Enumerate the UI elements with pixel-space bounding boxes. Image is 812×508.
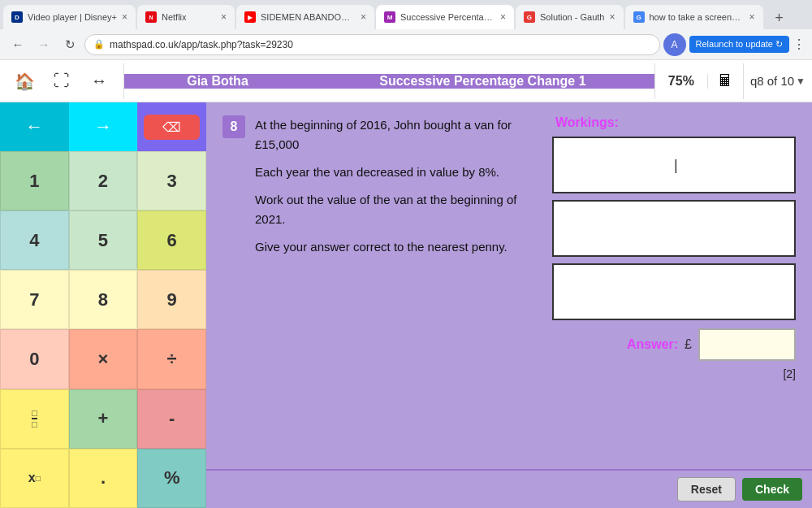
workings-label: Workings: <box>552 115 796 130</box>
tab-google-close[interactable]: × <box>749 11 754 23</box>
tab-sidemen-label: SIDEMEN ABANDONED II... <box>261 12 356 22</box>
relaunch-button[interactable]: Relaunch to update ↻ <box>689 36 789 53</box>
question-text-col: At the beginning of 2016, John bought a … <box>255 115 536 462</box>
key-fraction[interactable]: □ □ <box>0 389 69 449</box>
key-7[interactable]: 7 <box>0 270 69 329</box>
workings-box-2[interactable] <box>552 200 796 257</box>
keypad-delete-button[interactable]: ⌫ <box>144 115 200 140</box>
secure-icon: 🔒 <box>93 39 105 50</box>
answer-label: Answer: <box>627 337 678 352</box>
percent-badge: 75% <box>655 74 708 89</box>
google-favicon: G <box>633 11 645 23</box>
tab-netflix-close[interactable]: × <box>221 11 227 23</box>
toolbar-right: 75% 🖩 q8 of 10 ▼ <box>654 63 812 99</box>
pound-sign: £ <box>685 337 692 352</box>
marks-badge: [2] <box>552 367 796 380</box>
mathspad-favicon: M <box>384 11 395 23</box>
tab-mathspad-label: Successive Percentage C... <box>400 12 495 22</box>
tab-gauth-label: Solution - Gauth <box>540 12 605 22</box>
tab-google-label: how to take a screenshot... <box>650 12 745 22</box>
tab-netflix[interactable]: N Netflix × <box>137 5 235 29</box>
question-line-4: Give your answer correct to the nearest … <box>255 237 536 257</box>
tab-sidemen[interactable]: ▶ SIDEMEN ABANDONED II... × <box>236 5 374 29</box>
key-8[interactable]: 8 <box>69 270 138 329</box>
student-name-section: Gia Botha <box>124 74 311 89</box>
q-counter[interactable]: q8 of 10 ▼ <box>744 74 812 88</box>
keypad-del-wrap: ⌫ <box>137 102 206 151</box>
profile-avatar[interactable]: A <box>663 33 686 56</box>
chevron-down-icon: ▼ <box>796 76 806 87</box>
key-xpower[interactable]: x□ <box>0 449 69 508</box>
reset-button[interactable]: Reset <box>677 477 736 501</box>
key-9[interactable]: 9 <box>137 270 206 329</box>
keypad-forward-button[interactable]: → <box>69 102 138 151</box>
answer-row: Answer: £ <box>552 328 796 361</box>
cursor-1: | <box>674 157 678 174</box>
key-percent[interactable]: % <box>137 449 206 508</box>
student-name: Gia Botha <box>187 74 248 89</box>
keypad-nav: ← → ⌫ <box>0 102 206 151</box>
youtube-favicon: ▶ <box>244 11 256 23</box>
question-area: 8 At the beginning of 2016, John bought … <box>206 102 812 469</box>
question-number-badge: 8 <box>222 115 245 138</box>
key-1[interactable]: 1 <box>0 151 69 211</box>
keypad-back-button[interactable]: ← <box>0 102 69 151</box>
resize-button[interactable]: ↔ <box>81 63 117 99</box>
tab-sidemen-close[interactable]: × <box>361 11 366 23</box>
key-4[interactable]: 4 <box>0 211 69 270</box>
app-container: 🏠 ⛶ ↔ Gia Botha Successive Percentage Ch… <box>0 60 812 508</box>
disney-favicon: D <box>11 11 23 23</box>
key-multiply[interactable]: × <box>69 329 138 389</box>
tab-gauth-close[interactable]: × <box>609 11 615 23</box>
question-title-section: Successive Percentage Change 1 <box>311 74 654 89</box>
tab-disney-label: Video player | Disney+ <box>28 12 117 22</box>
address-bar[interactable]: 🔒 mathspad.co.uk/app/task.php?task=29230 <box>84 34 660 55</box>
toolbar-left: 🏠 ⛶ ↔ <box>0 63 124 99</box>
key-2[interactable]: 2 <box>69 151 138 211</box>
tab-mathspad-close[interactable]: × <box>500 11 506 23</box>
gauth-favicon: G <box>524 11 535 23</box>
tab-mathspad[interactable]: M Successive Percentage C... × <box>376 5 514 29</box>
tab-disney[interactable]: D Video player | Disney+ × <box>3 5 136 29</box>
app-toolbar: 🏠 ⛶ ↔ Gia Botha Successive Percentage Ch… <box>0 60 812 102</box>
address-url: mathspad.co.uk/app/task.php?task=29230 <box>110 39 651 50</box>
right-panel: 8 At the beginning of 2016, John bought … <box>206 102 812 508</box>
answer-input[interactable] <box>698 328 796 361</box>
key-subtract[interactable]: - <box>137 389 206 449</box>
more-options-icon[interactable]: ⋮ <box>793 37 806 52</box>
key-add[interactable]: + <box>69 389 138 449</box>
question-line-2: Each year the van decreased in value by … <box>255 163 536 182</box>
check-button[interactable]: Check <box>742 478 802 501</box>
bottom-bar: Reset Check <box>206 469 812 508</box>
question-line-1: At the beginning of 2016, John bought a … <box>255 115 536 154</box>
reload-button[interactable]: ↻ <box>58 33 81 56</box>
key-5[interactable]: 5 <box>69 211 138 270</box>
tab-google[interactable]: G how to take a screenshot... × <box>625 5 763 29</box>
tab-gauth[interactable]: G Solution - Gauth × <box>516 5 624 29</box>
forward-button[interactable]: → <box>32 33 55 56</box>
q-counter-text: q8 of 10 <box>750 74 794 88</box>
keypad-grid: 1 2 3 4 5 6 7 8 9 0 × ÷ □ □ + - x□ . <box>0 151 206 508</box>
tab-disney-close[interactable]: × <box>122 11 127 23</box>
calculator-button[interactable]: 🖩 <box>708 63 744 99</box>
new-tab-button[interactable]: + <box>768 7 791 29</box>
workings-box-3[interactable] <box>552 263 796 320</box>
netflix-favicon: N <box>145 11 157 23</box>
key-divide[interactable]: ÷ <box>137 329 206 389</box>
key-3[interactable]: 3 <box>137 151 206 211</box>
fullscreen-button[interactable]: ⛶ <box>44 63 80 99</box>
home-button[interactable]: 🏠 <box>6 63 42 99</box>
workings-box-1[interactable]: | <box>552 137 796 193</box>
question-title: Successive Percentage Change 1 <box>379 74 585 89</box>
key-6[interactable]: 6 <box>137 211 206 270</box>
keypad: ← → ⌫ 1 2 3 4 5 6 7 8 9 0 × ÷ □ <box>0 102 206 508</box>
q-number-col: 8 <box>222 115 245 462</box>
back-button[interactable]: ← <box>6 33 29 56</box>
tab-bar: D Video player | Disney+ × N Netflix × ▶… <box>0 0 812 60</box>
tab-netflix-label: Netflix <box>162 12 216 22</box>
workings-col: Workings: | Answer: £ [2] <box>552 115 796 462</box>
main-area: ← → ⌫ 1 2 3 4 5 6 7 8 9 0 × ÷ □ <box>0 102 812 508</box>
key-dot[interactable]: . <box>69 449 138 508</box>
key-0[interactable]: 0 <box>0 329 69 389</box>
question-line-3: Work out the value of the van at the beg… <box>255 190 536 229</box>
